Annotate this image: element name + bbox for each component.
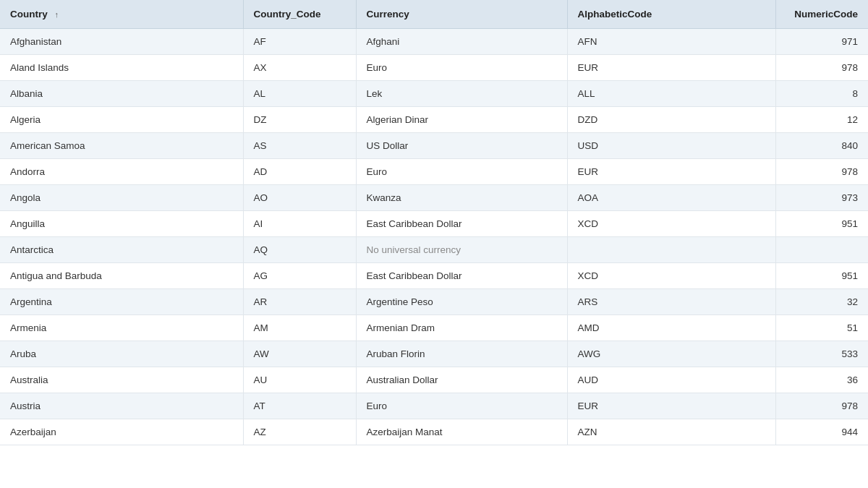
table-row: AngolaAOKwanzaAOA973 [0, 185, 868, 211]
cell-country-code: AG [243, 263, 356, 289]
cell-country-code: AW [243, 341, 356, 367]
column-label-country-code: Country_Code [254, 9, 321, 20]
cell-alphabetic-code: AUD [567, 367, 775, 393]
sort-icon-country: ↑ [55, 10, 59, 19]
cell-currency: Armenian Dram [356, 315, 567, 341]
cell-currency: No universal currency [356, 237, 567, 263]
column-header-country[interactable]: Country ↑ [0, 0, 243, 29]
cell-alphabetic-code: AMD [567, 315, 775, 341]
cell-country-code: AS [243, 133, 356, 159]
cell-country: Austria [0, 393, 243, 419]
cell-currency: Afghani [356, 29, 567, 55]
column-header-alphabetic-code[interactable]: AlphabeticCode [567, 0, 775, 29]
cell-alphabetic-code: USD [567, 133, 775, 159]
table-row: ArubaAWAruban FlorinAWG533 [0, 341, 868, 367]
cell-numeric-code: 944 [775, 419, 868, 445]
cell-numeric-code: 12 [775, 107, 868, 133]
cell-currency: Kwanza [356, 185, 567, 211]
cell-currency: Euro [356, 159, 567, 185]
cell-numeric-code: 32 [775, 289, 868, 315]
cell-country-code: AU [243, 367, 356, 393]
cell-numeric-code: 8 [775, 81, 868, 107]
cell-alphabetic-code: EUR [567, 159, 775, 185]
cell-alphabetic-code: EUR [567, 393, 775, 419]
cell-numeric-code: 951 [775, 211, 868, 237]
cell-numeric-code: 51 [775, 315, 868, 341]
cell-currency: US Dollar [356, 133, 567, 159]
cell-country: Antarctica [0, 237, 243, 263]
cell-country: Antigua and Barbuda [0, 263, 243, 289]
cell-numeric-code: 840 [775, 133, 868, 159]
column-label-country: Country [10, 9, 48, 20]
cell-country: Armenia [0, 315, 243, 341]
column-header-currency[interactable]: Currency [356, 0, 567, 29]
cell-alphabetic-code: XCD [567, 263, 775, 289]
cell-country-code: AQ [243, 237, 356, 263]
table-row: AustraliaAUAustralian DollarAUD36 [0, 367, 868, 393]
cell-country-code: AO [243, 185, 356, 211]
table-header-row: Country ↑ Country_Code Currency Alphabet… [0, 0, 868, 29]
cell-numeric-code: 978 [775, 393, 868, 419]
cell-country-code: AF [243, 29, 356, 55]
column-header-country-code[interactable]: Country_Code [243, 0, 356, 29]
cell-country: Afghanistan [0, 29, 243, 55]
cell-alphabetic-code: XCD [567, 211, 775, 237]
cell-country: Azerbaijan [0, 419, 243, 445]
cell-country-code: AI [243, 211, 356, 237]
cell-country: Aland Islands [0, 55, 243, 81]
table-row: ArmeniaAMArmenian DramAMD51 [0, 315, 868, 341]
cell-alphabetic-code: AWG [567, 341, 775, 367]
cell-numeric-code [775, 237, 868, 263]
cell-currency: Argentine Peso [356, 289, 567, 315]
table-row: ArgentinaARArgentine PesoARS32 [0, 289, 868, 315]
table-row: AlgeriaDZAlgerian DinarDZD12 [0, 107, 868, 133]
cell-currency: Euro [356, 393, 567, 419]
cell-alphabetic-code [567, 237, 775, 263]
cell-alphabetic-code: EUR [567, 55, 775, 81]
cell-alphabetic-code: AOA [567, 185, 775, 211]
cell-currency: Lek [356, 81, 567, 107]
cell-numeric-code: 973 [775, 185, 868, 211]
cell-country: Angola [0, 185, 243, 211]
cell-country: Algeria [0, 107, 243, 133]
cell-numeric-code: 971 [775, 29, 868, 55]
table-row: AustriaATEuroEUR978 [0, 393, 868, 419]
table-row: American SamoaASUS DollarUSD840 [0, 133, 868, 159]
column-label-currency: Currency [367, 9, 409, 20]
table-row: AlbaniaALLekALL8 [0, 81, 868, 107]
cell-numeric-code: 36 [775, 367, 868, 393]
cell-currency: Aruban Florin [356, 341, 567, 367]
cell-numeric-code: 978 [775, 55, 868, 81]
cell-currency: East Caribbean Dollar [356, 211, 567, 237]
cell-country: American Samoa [0, 133, 243, 159]
cell-country-code: AZ [243, 419, 356, 445]
cell-country: Argentina [0, 289, 243, 315]
table-row: AndorraADEuroEUR978 [0, 159, 868, 185]
table-row: Aland IslandsAXEuroEUR978 [0, 55, 868, 81]
cell-alphabetic-code: ARS [567, 289, 775, 315]
cell-country-code: DZ [243, 107, 356, 133]
cell-currency: East Caribbean Dollar [356, 263, 567, 289]
cell-country-code: AD [243, 159, 356, 185]
cell-alphabetic-code: AZN [567, 419, 775, 445]
cell-country: Albania [0, 81, 243, 107]
cell-country: Anguilla [0, 211, 243, 237]
table-row: AfghanistanAFAfghaniAFN971 [0, 29, 868, 55]
column-header-numeric-code[interactable]: NumericCode [775, 0, 868, 29]
cell-currency: Euro [356, 55, 567, 81]
table-row: AnguillaAIEast Caribbean DollarXCD951 [0, 211, 868, 237]
cell-country: Australia [0, 367, 243, 393]
column-label-numeric-code: NumericCode [794, 9, 858, 20]
column-label-alphabetic-code: AlphabeticCode [578, 9, 652, 20]
cell-numeric-code: 951 [775, 263, 868, 289]
cell-currency: Algerian Dinar [356, 107, 567, 133]
table-row: AntarcticaAQNo universal currency [0, 237, 868, 263]
cell-country-code: AR [243, 289, 356, 315]
cell-country: Aruba [0, 341, 243, 367]
cell-country-code: AT [243, 393, 356, 419]
table-row: Antigua and BarbudaAGEast Caribbean Doll… [0, 263, 868, 289]
cell-alphabetic-code: ALL [567, 81, 775, 107]
cell-alphabetic-code: DZD [567, 107, 775, 133]
data-table: Country ↑ Country_Code Currency Alphabet… [0, 0, 868, 445]
cell-numeric-code: 978 [775, 159, 868, 185]
